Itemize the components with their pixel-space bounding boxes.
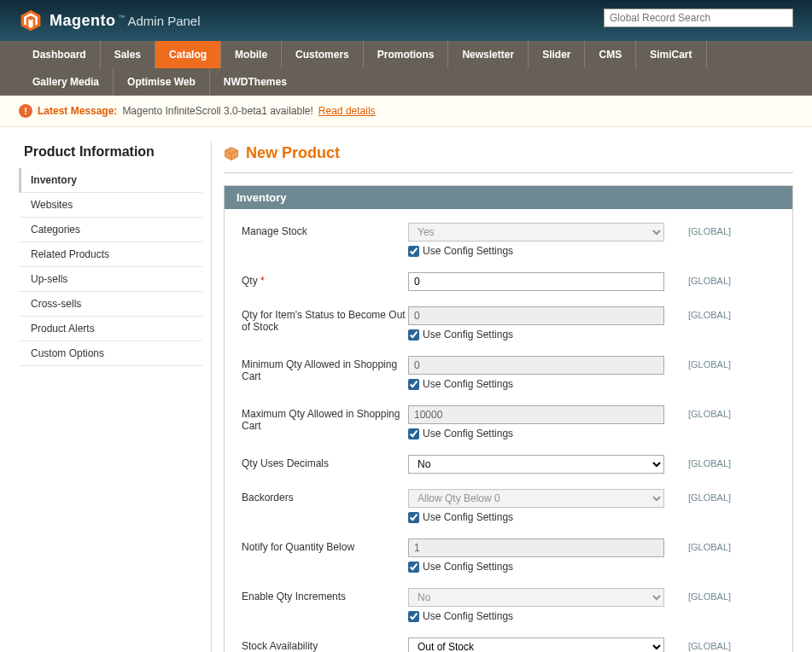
control-manage_stock: Yes Use Config Settings: [408, 223, 664, 257]
form-row-qty: Qty *[GLOBAL]: [242, 272, 775, 291]
sidebar-item-inventory[interactable]: Inventory: [19, 168, 202, 193]
magento-logo-icon: [19, 9, 43, 32]
use-config-checkbox-notify[interactable]: [408, 562, 419, 573]
control-min_qty: Use Config Settings: [408, 356, 664, 390]
sidebar-item-websites[interactable]: Websites: [19, 193, 202, 218]
scope-label: [GLOBAL]: [688, 272, 765, 286]
nav-item-dashboard[interactable]: Dashboard: [19, 41, 101, 68]
scope-label: [GLOBAL]: [688, 306, 765, 320]
nav-item-simicart[interactable]: SimiCart: [636, 41, 706, 68]
use-config-checkbox-max_qty[interactable]: [408, 428, 419, 440]
form-row-max_qty: Maximum Qty Allowed in Shopping Cart Use…: [242, 405, 775, 440]
scope-label: [GLOBAL]: [688, 405, 765, 419]
use-config-min_qty[interactable]: Use Config Settings: [408, 378, 664, 390]
inventory-panel: Inventory Manage StockYes Use Config Set…: [224, 185, 793, 652]
sidebar-item-cross-sells[interactable]: Cross-sells: [19, 292, 202, 317]
input-min_qty: [408, 356, 664, 375]
nav-item-mobile[interactable]: Mobile: [221, 41, 282, 68]
nav-item-optimise-web[interactable]: Optimise Web: [114, 68, 210, 96]
sidebar-item-custom-options[interactable]: Custom Options: [19, 341, 202, 366]
form-row-decimals: Qty Uses DecimalsNo[GLOBAL]: [242, 455, 775, 474]
main-content: New Product Inventory Manage StockYes Us…: [224, 141, 793, 652]
nav-item-promotions[interactable]: Promotions: [364, 41, 449, 68]
use-config-qty_out[interactable]: Use Config Settings: [408, 329, 664, 341]
brand-name: Magento: [50, 12, 116, 30]
global-search-input[interactable]: [604, 9, 793, 27]
input-notify: [408, 538, 664, 557]
use-config-label: Use Config Settings: [423, 378, 513, 390]
scope-label: [GLOBAL]: [688, 489, 765, 503]
use-config-notify[interactable]: Use Config Settings: [408, 561, 664, 573]
nav-item-sales[interactable]: Sales: [101, 41, 155, 68]
label-backorders: Backorders: [242, 489, 408, 504]
use-config-increments[interactable]: Use Config Settings: [408, 610, 664, 622]
use-config-manage_stock[interactable]: Use Config Settings: [408, 245, 664, 257]
use-config-backorders[interactable]: Use Config Settings: [408, 511, 664, 523]
label-notify: Notify for Quantity Below: [242, 538, 408, 553]
input-qty[interactable]: [408, 272, 664, 291]
control-increments: No Use Config Settings: [408, 588, 664, 622]
sidebar-item-related-products[interactable]: Related Products: [19, 242, 202, 267]
latest-message-bar: ! Latest Message: Magento InfiniteScroll…: [0, 96, 812, 127]
label-decimals: Qty Uses Decimals: [242, 455, 408, 469]
form-row-backorders: BackordersAllow Qty Below 0 Use Config S…: [242, 489, 775, 523]
scope-label: [GLOBAL]: [688, 588, 765, 602]
input-decimals[interactable]: No: [408, 455, 664, 474]
label-manage_stock: Manage Stock: [242, 223, 408, 237]
sidebar-title: Product Information: [19, 141, 202, 168]
use-config-label: Use Config Settings: [423, 329, 513, 341]
form-row-increments: Enable Qty IncrementsNo Use Config Setti…: [242, 588, 775, 622]
page-title-text: New Product: [246, 144, 340, 162]
input-manage_stock: Yes: [408, 223, 664, 242]
use-config-checkbox-manage_stock[interactable]: [408, 246, 419, 257]
alert-icon: !: [19, 104, 32, 118]
nav-item-newsletter[interactable]: Newsletter: [448, 41, 529, 68]
nav-item-customers[interactable]: Customers: [282, 41, 364, 68]
use-config-checkbox-qty_out[interactable]: [408, 329, 419, 341]
scope-label: [GLOBAL]: [688, 455, 765, 469]
global-search: [604, 9, 793, 27]
page-title: New Product: [224, 141, 793, 173]
form-row-manage_stock: Manage StockYes Use Config Settings[GLOB…: [242, 223, 775, 257]
use-config-checkbox-backorders[interactable]: [408, 512, 419, 523]
use-config-label: Use Config Settings: [423, 561, 513, 573]
use-config-checkbox-min_qty[interactable]: [408, 379, 419, 390]
form-row-availability: Stock AvailabilityOut of Stock[GLOBAL]: [242, 637, 775, 652]
form-row-min_qty: Minimum Qty Allowed in Shopping Cart Use…: [242, 356, 775, 390]
panel-heading: Inventory: [225, 186, 792, 209]
label-increments: Enable Qty Increments: [242, 588, 408, 603]
use-config-max_qty[interactable]: Use Config Settings: [408, 428, 664, 440]
scope-label: [GLOBAL]: [688, 637, 765, 651]
control-notify: Use Config Settings: [408, 538, 664, 573]
input-qty_out: [408, 306, 664, 325]
input-max_qty: [408, 405, 664, 424]
scope-label: [GLOBAL]: [688, 356, 765, 370]
use-config-checkbox-increments[interactable]: [408, 611, 419, 622]
use-config-label: Use Config Settings: [423, 511, 513, 523]
sidebar-item-categories[interactable]: Categories: [19, 218, 202, 242]
main-nav: DashboardSalesCatalogMobileCustomersProm…: [0, 41, 812, 96]
nav-item-gallery-media[interactable]: Gallery Media: [19, 68, 114, 96]
input-increments: No: [408, 588, 664, 607]
sidebar-item-product-alerts[interactable]: Product Alerts: [19, 317, 202, 341]
trademark-icon: ™: [119, 14, 126, 21]
label-max_qty: Maximum Qty Allowed in Shopping Cart: [242, 405, 408, 432]
control-max_qty: Use Config Settings: [408, 405, 664, 440]
input-availability[interactable]: Out of Stock: [408, 637, 664, 652]
label-min_qty: Minimum Qty Allowed in Shopping Cart: [242, 356, 408, 382]
label-availability: Stock Availability: [242, 637, 408, 652]
header: Magento ™ Admin Panel: [0, 0, 812, 41]
message-text: Magento InfiniteScroll 3.0-beta1 availab…: [122, 105, 313, 117]
read-details-link[interactable]: Read details: [318, 105, 376, 117]
control-backorders: Allow Qty Below 0 Use Config Settings: [408, 489, 664, 523]
sidebar: Product Information InventoryWebsitesCat…: [19, 141, 212, 652]
control-qty_out: Use Config Settings: [408, 306, 664, 341]
nav-item-slider[interactable]: Slider: [529, 41, 585, 68]
nav-item-nwdthemes[interactable]: NWDThemes: [210, 68, 301, 96]
nav-item-catalog[interactable]: Catalog: [155, 41, 221, 68]
svg-marker-2: [28, 19, 32, 28]
control-decimals: No: [408, 455, 664, 474]
sidebar-item-up-sells[interactable]: Up-sells: [19, 267, 202, 292]
nav-item-cms[interactable]: CMS: [585, 41, 636, 68]
use-config-label: Use Config Settings: [423, 245, 513, 257]
